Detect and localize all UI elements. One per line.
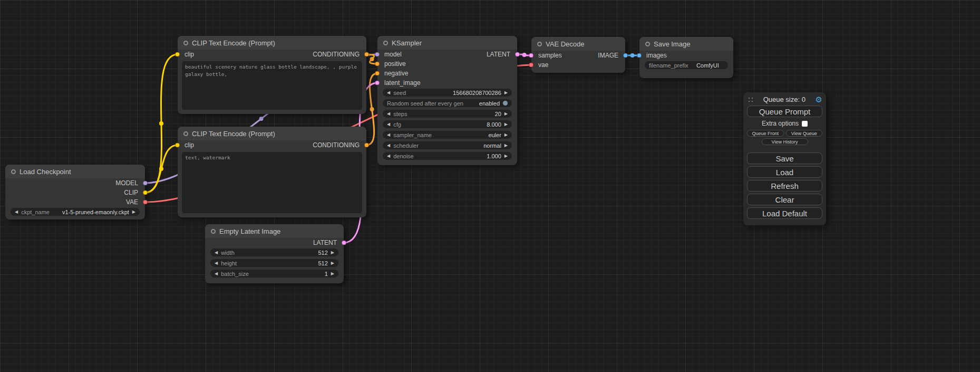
toggle-state-dot[interactable] xyxy=(503,101,508,106)
menu-header: Queue size: 0 ⚙ xyxy=(747,95,822,103)
view-history-button[interactable]: View History xyxy=(762,138,808,145)
widget-scheduler[interactable]: ◀schedulernormal▶ xyxy=(383,141,512,149)
extra-options-row: Extra options xyxy=(747,120,822,127)
increment-arrow-icon[interactable]: ▶ xyxy=(132,210,135,214)
node-title-bar: CLIP Text Encode (Prompt) xyxy=(178,127,366,140)
increment-arrow-icon[interactable]: ▶ xyxy=(504,133,508,137)
output-port-CONDITIONING[interactable] xyxy=(364,143,369,148)
widget-label: denoise xyxy=(393,153,414,159)
decrement-arrow-icon[interactable]: ◀ xyxy=(387,133,390,137)
collapse-dot-icon[interactable] xyxy=(11,169,16,174)
extra-options-checkbox[interactable] xyxy=(802,121,808,127)
settings-gear-icon[interactable]: ⚙ xyxy=(816,96,822,103)
input-port-clip[interactable] xyxy=(175,52,180,57)
output-port-MODEL[interactable] xyxy=(143,181,148,186)
decrement-arrow-icon[interactable]: ◀ xyxy=(215,272,218,276)
refresh-button[interactable]: Refresh xyxy=(747,180,822,192)
input-port-positive[interactable] xyxy=(375,62,380,66)
output-slot-label: CLIP xyxy=(124,189,138,196)
decrement-arrow-icon[interactable]: ◀ xyxy=(387,144,390,148)
widget-height[interactable]: ◀height512▶ xyxy=(210,259,338,267)
decrement-arrow-icon[interactable]: ◀ xyxy=(387,91,390,95)
output-slot-label: VAE xyxy=(126,198,138,206)
load-button[interactable]: Load xyxy=(747,166,822,178)
collapse-dot-icon[interactable] xyxy=(183,131,188,136)
node-empty-latent-image[interactable]: Empty Latent ImageLATENT◀width512▶◀heigh… xyxy=(205,224,344,283)
input-port-clip[interactable] xyxy=(175,143,180,148)
output-port-VAE[interactable] xyxy=(143,200,148,205)
output-port-IMAGE[interactable] xyxy=(623,53,628,58)
increment-arrow-icon[interactable]: ▶ xyxy=(504,91,508,95)
input-port-samples[interactable] xyxy=(529,53,533,58)
clear-button[interactable]: Clear xyxy=(747,194,822,205)
widget-cfg[interactable]: ◀cfg8.000▶ xyxy=(383,120,512,128)
queue-size-label: Queue size: 0 xyxy=(753,96,816,103)
view-queue-button[interactable]: View Queue xyxy=(786,130,823,137)
decrement-arrow-icon[interactable]: ◀ xyxy=(15,210,18,214)
node-clip-text-encode-positive[interactable]: CLIP Text Encode (Prompt)clipCONDITIONIN… xyxy=(178,36,366,114)
increment-arrow-icon[interactable]: ▶ xyxy=(504,144,508,148)
menu-drag-handle-icon[interactable] xyxy=(747,96,753,103)
queue-prompt-button[interactable]: Queue Prompt xyxy=(747,106,822,117)
output-port-LATENT[interactable] xyxy=(515,52,520,57)
node-vae-decode[interactable]: VAE DecodesamplesIMAGEvae xyxy=(531,37,625,73)
widget-label: Random seed after every gen xyxy=(387,100,463,107)
widget-Random seed after every gen[interactable]: Random seed after every genenabled xyxy=(383,99,512,107)
input-port-model[interactable] xyxy=(375,52,380,57)
slot-row: modelLATENT xyxy=(377,50,517,59)
node-load-checkpoint[interactable]: Load CheckpointMODELCLIPVAE◀ckpt_namev1-… xyxy=(5,165,145,220)
widget-value: 1 xyxy=(252,271,328,277)
collapse-dot-icon[interactable] xyxy=(383,41,388,45)
widget-value: 512 xyxy=(238,250,328,256)
widget-ckpt-name[interactable]: ◀ckpt_namev1-5-pruned-emaonly.ckpt▶ xyxy=(11,208,140,216)
output-port-CONDITIONING[interactable] xyxy=(364,52,369,57)
output-port-CLIP[interactable] xyxy=(143,190,148,195)
increment-arrow-icon[interactable]: ▶ xyxy=(504,112,508,116)
widget-denoise[interactable]: ◀denoise1.000▶ xyxy=(383,152,512,160)
node-ksampler[interactable]: KSamplermodelLATENTpositivenegativelaten… xyxy=(377,36,517,165)
widget-batch-size[interactable]: ◀batch_size1▶ xyxy=(210,270,338,278)
collapse-dot-icon[interactable] xyxy=(183,41,188,45)
slot-row: clipCONDITIONING xyxy=(178,140,366,150)
decrement-arrow-icon[interactable]: ◀ xyxy=(387,112,390,116)
node-save-image[interactable]: Save Imageimagesfilename_prefixComfyUI xyxy=(639,37,733,78)
collapse-dot-icon[interactable] xyxy=(645,42,650,46)
widget-filename-prefix[interactable]: filename_prefixComfyUI xyxy=(645,61,728,69)
prompt-textarea[interactable]: beautiful scenery nature glass bottle la… xyxy=(182,61,362,110)
widget-sampler-name[interactable]: ◀sampler_nameeuler▶ xyxy=(383,131,512,139)
widget-value: 8.000 xyxy=(404,121,501,128)
input-port-vae[interactable] xyxy=(529,63,533,68)
collapse-dot-icon[interactable] xyxy=(537,42,542,46)
widget-steps[interactable]: ◀steps20▶ xyxy=(383,110,512,118)
history-row: View History xyxy=(747,138,822,145)
widget-value: normal xyxy=(422,142,501,149)
decrement-arrow-icon[interactable]: ◀ xyxy=(215,251,218,255)
input-port-negative[interactable] xyxy=(375,71,380,76)
load-default-button[interactable]: Load Default xyxy=(747,207,822,219)
link-midpoint-dot xyxy=(159,121,163,126)
input-port-latent_image[interactable] xyxy=(375,81,380,85)
node-clip-text-encode-negative[interactable]: CLIP Text Encode (Prompt)clipCONDITIONIN… xyxy=(178,127,366,217)
increment-arrow-icon[interactable]: ▶ xyxy=(331,251,334,255)
decrement-arrow-icon[interactable]: ◀ xyxy=(215,261,218,265)
output-port-LATENT[interactable] xyxy=(342,241,346,245)
decrement-arrow-icon[interactable]: ◀ xyxy=(387,154,390,158)
increment-arrow-icon[interactable]: ▶ xyxy=(331,272,334,276)
collapse-dot-icon[interactable] xyxy=(211,229,216,234)
increment-arrow-icon[interactable]: ▶ xyxy=(504,154,508,158)
input-port-images[interactable] xyxy=(637,53,642,58)
link-midpoint-dot xyxy=(630,53,635,58)
comfy-menu-panel[interactable]: Queue size: 0 ⚙ Queue Prompt Extra optio… xyxy=(743,92,826,225)
prompt-textarea[interactable]: text, watermark xyxy=(182,152,362,213)
input-slot-label: images xyxy=(646,52,667,59)
slot-row: samplesIMAGE xyxy=(531,51,625,60)
node-title-text: Save Image xyxy=(654,40,690,48)
widget-label: filename_prefix xyxy=(649,62,688,69)
queue-front-button[interactable]: Queue Front xyxy=(747,130,784,137)
widget-width[interactable]: ◀width512▶ xyxy=(210,249,338,256)
save-button[interactable]: Save xyxy=(747,152,822,164)
increment-arrow-icon[interactable]: ▶ xyxy=(504,122,508,127)
increment-arrow-icon[interactable]: ▶ xyxy=(331,261,334,265)
decrement-arrow-icon[interactable]: ◀ xyxy=(387,122,390,127)
widget-seed[interactable]: ◀seed156680208700286▶ xyxy=(383,89,512,97)
